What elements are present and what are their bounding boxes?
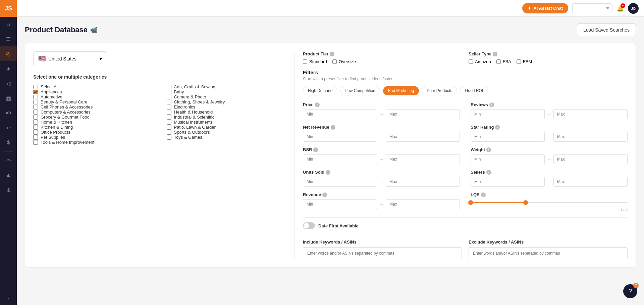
category-electronics[interactable]: Electronics [167,104,287,110]
sidebar-item-analytics[interactable]: ◈ [0,61,17,76]
checkbox-office[interactable] [33,130,38,135]
price-info-icon[interactable]: i [315,102,320,107]
checkbox-patio[interactable] [167,125,171,130]
date-first-available-toggle[interactable] [303,222,315,229]
exclude-keywords-input[interactable] [469,247,628,259]
star-rating-max-input[interactable] [553,132,628,142]
user-avatar[interactable]: Jb [628,3,639,14]
lqs-thumb-right[interactable] [523,200,528,205]
seller-option-amazon[interactable]: Amazon [469,59,491,64]
lqs-info-icon[interactable]: i [481,192,486,197]
category-arts[interactable]: Arts, Crafts & Sewing [167,84,287,89]
revenue-max-input[interactable] [386,199,460,209]
category-cell-phones[interactable]: Cell Phones & Accessories [33,104,153,110]
checkbox-clothing[interactable] [167,100,171,104]
product-tier-info-icon[interactable]: i [330,52,334,56]
sellers-min-input[interactable] [471,177,545,187]
include-keywords-input[interactable] [303,247,462,259]
category-sports[interactable]: Sports & Outdoors [167,130,287,135]
category-toys[interactable]: Toys & Games [167,135,287,140]
sidebar-item-globe[interactable]: ⊕ [0,182,17,197]
checkbox-arts[interactable] [167,85,171,89]
category-computers[interactable]: Computers & Accessories [33,110,153,115]
category-tools[interactable]: Tools & Home Improvement [33,140,153,145]
sidebar-item-dollar[interactable]: ＄ [0,135,17,150]
checkbox-select-all[interactable] [33,85,38,89]
chip-bad-marketing[interactable]: Bad Marketing [383,86,419,95]
category-baby[interactable]: Baby [167,89,287,94]
checkbox-kitchen-dining[interactable] [33,125,38,130]
checkbox-amazon[interactable] [469,59,473,64]
checkbox-grocery[interactable] [33,115,38,120]
category-health[interactable]: Health & Household [167,110,287,115]
checkbox-toys[interactable] [167,135,171,140]
price-min-input[interactable] [303,109,377,119]
weight-min-input[interactable] [471,154,545,164]
checkbox-camera[interactable] [167,95,171,99]
notification-bell[interactable]: 🔔 ● [616,5,624,12]
revenue-min-input[interactable] [303,199,377,209]
category-camera[interactable]: Camera & Photo [167,94,287,99]
tier-option-standard[interactable]: Standard [303,59,327,64]
price-max-input[interactable] [386,109,460,119]
units-sold-info-icon[interactable]: i [326,170,330,175]
sellers-max-input[interactable] [553,177,628,187]
help-button[interactable]: ? 7 [623,284,637,298]
checkbox-industrial[interactable] [167,115,171,120]
checkbox-fba[interactable] [496,59,501,64]
sidebar-item-ad[interactable]: AD [0,105,17,120]
reviews-min-input[interactable] [471,109,545,119]
lqs-slider[interactable] [471,199,628,206]
category-clothing[interactable]: Clothing, Shoes & Jewelry [167,99,287,104]
sidebar-expand-btn[interactable]: › [8,296,9,301]
sidebar-item-marketing[interactable]: ◁ [0,76,17,91]
checkbox-fbm[interactable] [517,59,521,64]
sidebar-item-search[interactable]: ◎ [0,46,17,61]
checkbox-appliances[interactable] [33,90,38,94]
chip-poor-products[interactable]: Poor Products [422,86,457,95]
sidebar-item-charts[interactable]: ▦ [0,91,17,105]
net-revenue-info-icon[interactable]: i [331,125,335,130]
net-revenue-max-input[interactable] [386,132,460,142]
category-office[interactable]: Office Products [33,130,153,135]
category-beauty[interactable]: Beauty & Personal Care [33,99,153,104]
tier-option-oversize[interactable]: Oversize [332,59,356,64]
lqs-thumb-left[interactable] [468,200,473,205]
sidebar-item-returns[interactable]: ↩ [0,120,17,135]
checkbox-sports[interactable] [167,130,171,135]
topbar-dropdown[interactable] [572,3,612,13]
sidebar-item-academy[interactable]: ▲ [0,168,17,182]
category-automotive[interactable]: Automotive [33,94,153,99]
star-rating-min-input[interactable] [471,132,545,142]
weight-info-icon[interactable]: i [486,147,491,152]
category-musical[interactable]: Musical Instruments [167,120,287,125]
chip-good-roi[interactable]: Good ROI [460,86,488,95]
chip-low-competition[interactable]: Low Competition [340,86,380,95]
country-dropdown[interactable]: 🇺🇸 United States ▾ [33,51,107,66]
checkbox-automotive[interactable] [33,95,38,99]
weight-max-input[interactable] [553,154,628,164]
checkbox-standard[interactable] [303,59,307,64]
sidebar-item-products[interactable]: ☰ [0,32,17,46]
category-select-all[interactable]: Select All [33,84,153,89]
checkbox-health[interactable] [167,110,171,115]
net-revenue-min-input[interactable] [303,132,377,142]
checkbox-baby[interactable] [167,90,171,94]
sidebar-item-home[interactable]: ⌂ [0,17,17,32]
category-grocery[interactable]: Grocery & Gourmet Food [33,115,153,120]
checkbox-cell-phones[interactable] [33,105,38,110]
checkbox-musical[interactable] [167,120,171,125]
bsr-min-input[interactable] [303,154,377,164]
category-patio[interactable]: Patio, Lawn & Garden [167,125,287,130]
checkbox-pet[interactable] [33,135,38,140]
category-pet[interactable]: Pet Supplies [33,135,153,140]
bsr-max-input[interactable] [386,154,460,164]
chip-high-demand[interactable]: High Demand [303,86,337,95]
revenue-info-icon[interactable]: i [322,192,327,197]
category-home-kitchen[interactable]: Home & Kitchen [33,120,153,125]
load-saved-button[interactable]: Load Saved Searches [577,24,636,36]
ai-assist-button[interactable]: ✦ AI Assist Chat [522,3,568,13]
reviews-info-icon[interactable]: i [489,102,494,107]
bsr-info-icon[interactable]: i [313,147,318,152]
units-sold-min-input[interactable] [303,177,377,187]
